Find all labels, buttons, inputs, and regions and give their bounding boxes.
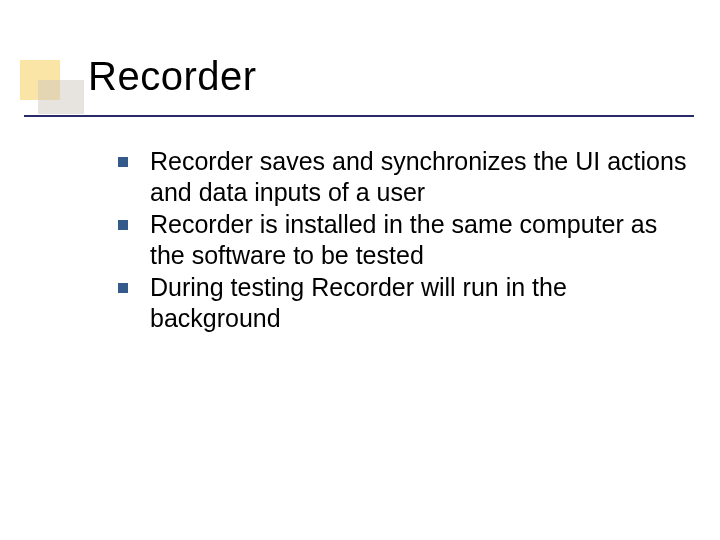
bullet-icon xyxy=(118,157,128,167)
list-item-text: Recorder saves and synchronizes the UI a… xyxy=(150,146,688,207)
list-item-text: During testing Recorder will run in the … xyxy=(150,272,688,333)
list-item-text: Recorder is installed in the same comput… xyxy=(150,209,688,270)
title-underline xyxy=(24,115,694,117)
slide-body: Recorder saves and synchronizes the UI a… xyxy=(118,146,688,335)
accent-square-grey xyxy=(38,80,84,114)
bullet-icon xyxy=(118,283,128,293)
title-accent-graphic xyxy=(20,60,80,114)
list-item: During testing Recorder will run in the … xyxy=(118,272,688,333)
bullet-icon xyxy=(118,220,128,230)
slide-title: Recorder xyxy=(88,54,257,99)
slide: Recorder Recorder saves and synchronizes… xyxy=(0,0,720,540)
list-item: Recorder is installed in the same comput… xyxy=(118,209,688,270)
list-item: Recorder saves and synchronizes the UI a… xyxy=(118,146,688,207)
